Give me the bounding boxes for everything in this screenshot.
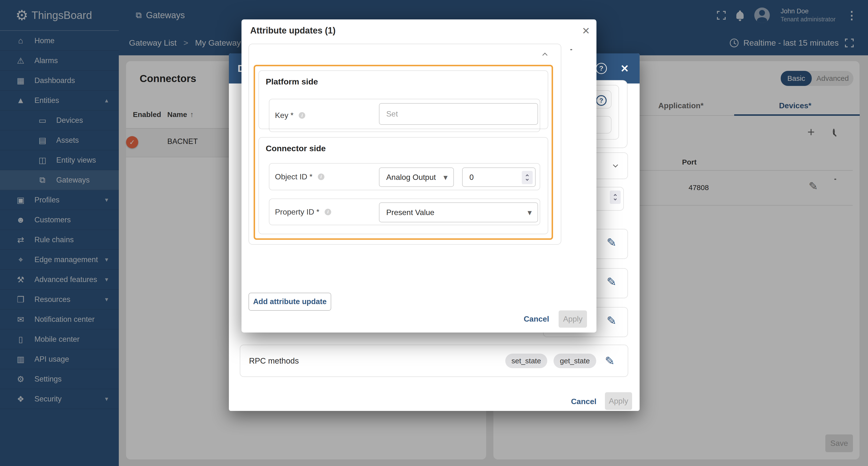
info-icon[interactable] [318,174,324,180]
modal-cancel-button[interactable]: Cancel [524,315,549,323]
edit-row-icon[interactable] [607,314,616,327]
platform-side-title: Platform side [266,77,318,86]
device-dialog-cancel-button[interactable]: Cancel [571,397,596,406]
rpc-methods-label: RPC methods [249,356,299,366]
key-row: Key * [269,99,540,132]
connector-side-section: Connector side Object ID * Analog Output [258,137,548,234]
object-type-select[interactable]: Analog Output [379,168,454,187]
dropdown-arrow-icon [443,172,447,182]
platform-side-section: Platform side Key * [258,70,548,129]
field-help-icon[interactable] [596,95,607,106]
object-id-label-block: Object ID * [275,172,324,181]
object-instance-field [462,168,535,187]
key-label: Key * [275,111,293,120]
object-instance-input[interactable] [463,173,511,182]
attribute-updates-modal: Attribute updates (1) Platform side Key … [242,20,596,332]
connector-side-title: Connector side [266,144,326,153]
key-input[interactable] [379,110,537,118]
object-id-row: Object ID * Analog Output [269,163,540,190]
info-icon[interactable] [299,112,305,119]
object-id-label: Object ID * [275,172,313,181]
key-field [379,103,538,125]
rpc-chip-set-state[interactable]: set_state [505,354,548,368]
dropdown-arrow-icon [528,207,532,217]
chevron-down-icon [613,163,618,168]
modal-title: Attribute updates (1) [250,26,336,36]
number-spinner[interactable] [610,191,621,204]
help-icon[interactable] [596,63,607,74]
rpc-chip-get-state[interactable]: get_state [554,354,596,368]
highlighted-section: Platform side Key * Connector side Objec… [254,65,553,240]
property-id-row: Property ID * Present Value [269,199,540,225]
rpc-methods-row: RPC methods set_state get_state [240,345,628,377]
device-dialog-apply-button[interactable]: Apply [605,392,632,410]
edit-row-icon[interactable] [607,275,616,289]
spinner-down-icon [526,178,529,181]
modal-apply-button[interactable]: Apply [559,311,587,328]
spinner-up-icon [614,194,617,197]
number-spinner[interactable] [522,171,533,184]
spinner-down-icon [614,197,617,201]
modal-close-icon[interactable] [582,25,590,36]
device-dialog-close-icon[interactable] [620,63,629,75]
edit-row-icon[interactable] [607,236,616,249]
add-attribute-update-button[interactable]: Add attribute update [249,293,331,311]
property-select[interactable]: Present Value [379,202,538,222]
property-id-label: Property ID * [275,207,319,216]
property-value: Present Value [386,208,434,217]
info-icon[interactable] [324,209,331,215]
edit-rpc-icon[interactable] [605,354,615,368]
object-type-value: Analog Output [386,173,436,182]
property-id-label-block: Property ID * [275,207,331,216]
spinner-up-icon [526,174,529,177]
key-label-block: Key * [275,111,305,120]
